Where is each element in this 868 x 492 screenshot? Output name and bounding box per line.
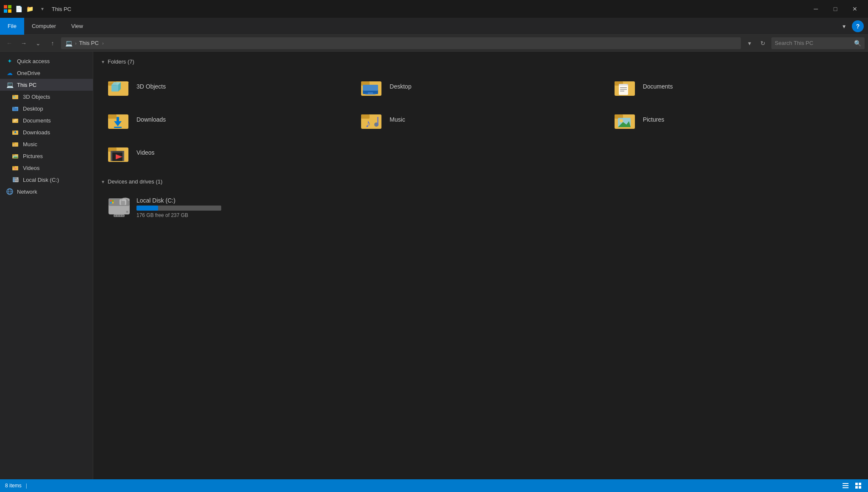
- folder-dl-icon: [12, 128, 19, 136]
- svg-point-72: [620, 119, 623, 122]
- ribbon-collapse-button[interactable]: ▾: [837, 20, 850, 33]
- sidebar-item-network[interactable]: Network: [0, 186, 93, 197]
- sidebar-item-pictures[interactable]: Pictures: [0, 150, 93, 162]
- devices-section-title: Devices and drives (1): [108, 178, 162, 185]
- svg-rect-48: [363, 85, 378, 91]
- svg-text:♪: ♪: [14, 143, 15, 147]
- minimize-button[interactable]: ─: [806, 0, 826, 18]
- forward-button[interactable]: →: [18, 37, 30, 49]
- quick-access-arrow[interactable]: ▾: [38, 5, 47, 13]
- tile-view-button[interactable]: [854, 481, 863, 490]
- sidebar-item-downloads[interactable]: Downloads: [0, 126, 93, 138]
- folder-pictures[interactable]: Pictures: [608, 104, 860, 135]
- svg-rect-60: [108, 114, 117, 119]
- folder-desktop[interactable]: Desktop: [355, 71, 606, 102]
- sidebar-label-this-pc: This PC: [17, 82, 36, 88]
- sidebar-label-local-disk: Local Disk (C:): [23, 177, 59, 183]
- folder-pictures-icon: [614, 108, 637, 131]
- svg-rect-0: [4, 5, 7, 8]
- svg-rect-50: [365, 94, 376, 95]
- sidebar-label-onedrive: OneDrive: [17, 70, 40, 76]
- sidebar-label-desktop: Desktop: [23, 106, 43, 112]
- folder-downloads-label: Downloads: [136, 116, 166, 123]
- svg-rect-8: [12, 107, 15, 108]
- list-view-button[interactable]: [841, 481, 850, 490]
- svg-rect-103: [855, 486, 858, 489]
- folder-music-label: Music: [389, 116, 405, 123]
- sidebar-item-local-disk[interactable]: Local Disk (C:): [0, 174, 93, 186]
- folder-pics-icon: [12, 152, 19, 160]
- address-dropdown-button[interactable]: ▾: [743, 37, 755, 49]
- sidebar-item-videos[interactable]: Videos: [0, 162, 93, 174]
- svg-rect-3: [8, 9, 11, 13]
- maximize-button[interactable]: □: [826, 0, 845, 18]
- svg-rect-42: [111, 85, 118, 92]
- svg-rect-84: [110, 200, 112, 202]
- svg-rect-79: [111, 151, 112, 161]
- sidebar-item-3d-objects[interactable]: 3D Objects: [0, 91, 93, 103]
- svg-rect-16: [12, 131, 15, 132]
- svg-rect-99: [843, 485, 849, 486]
- disk-icon: [12, 176, 19, 183]
- folder-documents[interactable]: Documents: [608, 71, 860, 102]
- drive-info: Local Disk (C:) 176 GB free of 237 GB: [136, 197, 221, 218]
- drive-name: Local Disk (C:): [136, 197, 221, 204]
- folder-desktop-icon: [361, 75, 384, 98]
- folder-3d-objects-label: 3D Objects: [136, 83, 166, 90]
- search-box[interactable]: 🔍: [771, 37, 865, 49]
- computer-icon: 💻: [6, 81, 14, 89]
- devices-section-header: ▾ Devices and drives (1): [102, 178, 860, 185]
- folder-icon[interactable]: 📁: [25, 5, 34, 13]
- sidebar-item-quick-access[interactable]: ✦ Quick access: [0, 55, 93, 67]
- tab-view[interactable]: View: [64, 18, 91, 35]
- drive-progress-bar: [136, 206, 221, 211]
- svg-rect-98: [843, 483, 849, 484]
- back-button[interactable]: ←: [3, 37, 15, 49]
- status-bar: 8 items |: [0, 479, 868, 492]
- recent-locations-button[interactable]: ⌄: [32, 37, 44, 49]
- drive-local-disk-c[interactable]: Local Disk (C:) 176 GB free of 237 GB: [102, 191, 353, 225]
- sidebar-item-onedrive[interactable]: ☁ OneDrive: [0, 67, 93, 79]
- close-button[interactable]: ✕: [845, 0, 865, 18]
- tab-file[interactable]: File: [0, 18, 24, 35]
- svg-rect-101: [855, 483, 858, 485]
- sidebar-item-documents[interactable]: Documents: [0, 114, 93, 126]
- tab-computer[interactable]: Computer: [24, 18, 64, 35]
- folder-downloads-icon: [108, 108, 131, 131]
- refresh-button[interactable]: ↻: [757, 37, 769, 49]
- svg-rect-94: [114, 215, 116, 217]
- svg-rect-95: [117, 215, 119, 217]
- folder-3d-objects[interactable]: 3D Objects: [102, 71, 353, 102]
- folder-downloads[interactable]: Downloads: [102, 104, 353, 135]
- new-window-icon[interactable]: 📄: [14, 5, 23, 13]
- svg-rect-13: [14, 120, 17, 121]
- path-thispc-chevron[interactable]: ›: [102, 41, 104, 46]
- svg-rect-87: [112, 202, 114, 204]
- svg-rect-57: [620, 91, 624, 92]
- folder-music[interactable]: ♪ Music: [355, 104, 606, 135]
- content-area: ▾ Folders (7) 3D Objects: [93, 52, 868, 479]
- folder-pictures-label: Pictures: [643, 116, 665, 123]
- folder-music-icon: ♪: [12, 140, 19, 148]
- address-path[interactable]: 💻 › This PC ›: [61, 37, 741, 49]
- sidebar-item-desktop[interactable]: Desktop: [0, 103, 93, 114]
- sidebar-item-this-pc[interactable]: 💻 This PC: [0, 79, 93, 91]
- windows-logo-icon[interactable]: [3, 5, 12, 13]
- sidebar-label-3d-objects: 3D Objects: [23, 94, 50, 100]
- svg-point-31: [17, 178, 18, 178]
- sidebar: ✦ Quick access ☁ OneDrive 💻 This PC 3D O…: [0, 52, 93, 479]
- status-divider: |: [26, 483, 27, 489]
- folders-chevron-icon[interactable]: ▾: [102, 59, 104, 65]
- svg-rect-2: [4, 9, 7, 13]
- path-segment-thispc[interactable]: This PC: [79, 40, 99, 46]
- sidebar-item-music[interactable]: ♪ Music: [0, 138, 93, 150]
- folder-docs-icon: [12, 117, 19, 124]
- devices-chevron-icon[interactable]: ▾: [102, 179, 104, 185]
- search-input[interactable]: [775, 40, 851, 46]
- up-button[interactable]: ↑: [47, 37, 58, 49]
- drive-space: 176 GB free of 237 GB: [136, 212, 221, 218]
- folder-3d-icon: [12, 93, 19, 100]
- help-button[interactable]: ?: [852, 20, 864, 32]
- folder-videos[interactable]: Videos: [102, 137, 353, 168]
- folder-videos-icon: [108, 141, 131, 164]
